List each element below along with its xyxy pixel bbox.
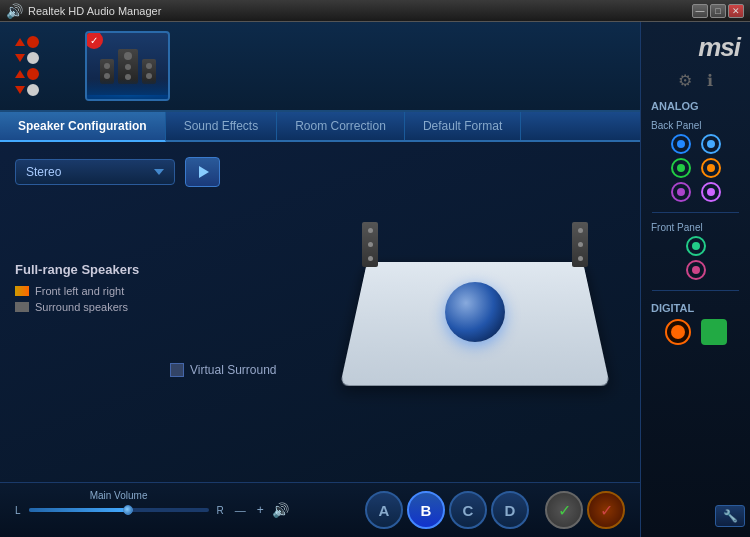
port-blue-in[interactable] xyxy=(701,134,721,154)
panel-divider xyxy=(652,212,739,213)
tab-room-correction[interactable]: Room Correction xyxy=(277,112,405,140)
volume-left-label: L xyxy=(15,505,21,516)
analog-section-label: ANALOG xyxy=(641,100,699,112)
volume-minus: — xyxy=(235,504,246,516)
speaker-type-dropdown[interactable]: Stereo xyxy=(15,159,175,185)
spkr-dot xyxy=(578,242,583,247)
port-inner xyxy=(692,242,700,250)
maximize-button[interactable]: □ xyxy=(710,4,726,18)
speaker-dot xyxy=(125,74,131,80)
left-panel: ✓ xyxy=(0,22,640,537)
port-inner xyxy=(677,188,685,196)
port-inner xyxy=(707,188,715,196)
port-green2-out[interactable] xyxy=(686,236,706,256)
profile-d-button[interactable]: D xyxy=(491,491,529,529)
device-checkmark-badge: ✓ xyxy=(85,31,103,49)
port-orange-in[interactable] xyxy=(701,158,721,178)
digital-port-optical[interactable] xyxy=(665,319,691,345)
speaker-left-small xyxy=(100,59,114,84)
speaker-visualization-area xyxy=(330,202,620,402)
speaker-dot xyxy=(146,73,152,79)
minimize-button[interactable]: — xyxy=(692,4,708,18)
digital-port-hdmi[interactable] xyxy=(701,319,727,345)
port-inner xyxy=(707,164,715,172)
speaker-dot xyxy=(125,64,131,70)
volume-slider-track[interactable]: Main Volume xyxy=(29,508,209,512)
profile-a-button[interactable]: A xyxy=(365,491,403,529)
profile-c-button[interactable]: C xyxy=(449,491,487,529)
tab-default-format[interactable]: Default Format xyxy=(405,112,521,140)
speaker-dot xyxy=(104,63,110,69)
virtual-surround-option[interactable]: Virtual Surround xyxy=(170,363,277,377)
port-pink-in[interactable] xyxy=(686,260,706,280)
profile-b-button[interactable]: B xyxy=(407,491,445,529)
port-green-out[interactable] xyxy=(671,158,691,178)
front-panel-label: Front Panel xyxy=(641,222,703,233)
port-inner xyxy=(707,140,715,148)
tab-sound-effects[interactable]: Sound Effects xyxy=(166,112,278,140)
spkr-dot xyxy=(368,228,373,233)
back-panel-ports-row1 xyxy=(661,134,731,154)
device-header: ✓ xyxy=(0,22,640,112)
digital-ports xyxy=(655,319,737,345)
app-icon: 🔊 xyxy=(6,3,23,19)
digital-port-inner xyxy=(671,325,685,339)
bottom-settings-button[interactable]: 🔧 xyxy=(715,505,745,527)
save-profile-button[interactable]: ✓ xyxy=(545,491,583,529)
app-title: Realtek HD Audio Manager xyxy=(28,5,692,17)
viz-speaker-left xyxy=(360,222,380,267)
volume-plus-label: + xyxy=(257,503,264,517)
speakers-visualization xyxy=(100,49,156,84)
virtual-surround-checkbox[interactable] xyxy=(170,363,184,377)
window-controls: — □ ✕ xyxy=(692,4,744,18)
play-button[interactable] xyxy=(185,157,220,187)
visualization-ball xyxy=(445,282,505,342)
port-inner xyxy=(692,266,700,274)
content-area: Stereo Full-range Speakers Front left an… xyxy=(0,142,640,442)
tabs-bar: Speaker Configuration Sound Effects Room… xyxy=(0,112,640,142)
front-panel-ports-row1 xyxy=(676,236,716,256)
close-button[interactable]: ✕ xyxy=(728,4,744,18)
speaker-item-surround: Surround speakers xyxy=(15,301,139,313)
rca-plug-red-1 xyxy=(27,36,39,48)
back-panel-ports-row3 xyxy=(661,182,731,202)
msi-logo: msi xyxy=(698,32,750,63)
spkr-dot xyxy=(368,242,373,247)
port-blue-out[interactable] xyxy=(671,134,691,154)
rca-plug-red-2 xyxy=(27,68,39,80)
rca-plug-white-2 xyxy=(27,84,39,96)
rca-plug-white-1 xyxy=(27,52,39,64)
volume-slider-thumb[interactable] xyxy=(123,505,133,515)
main-volume-label: Main Volume xyxy=(90,490,148,501)
port-inner xyxy=(677,164,685,172)
back-panel-label: Back Panel xyxy=(641,120,702,131)
right-top-icons: ⚙ ℹ xyxy=(678,71,713,90)
controls-row: Stereo xyxy=(15,157,625,187)
speaker-item-front: Front left and right xyxy=(15,285,139,297)
info-icon[interactable]: ℹ xyxy=(707,71,713,90)
play-icon xyxy=(199,166,209,178)
right-panel: msi ⚙ ℹ ANALOG Back Panel Front Panel xyxy=(640,22,750,537)
speaker-item-icon-gray xyxy=(15,302,29,312)
wrench-icon: 🔧 xyxy=(723,509,738,523)
speaker-item-icon-orange xyxy=(15,286,29,296)
profile-buttons: A B C D xyxy=(365,491,529,529)
rca-device-icon xyxy=(15,34,70,99)
volume-slider-fill xyxy=(29,508,128,512)
tab-speaker-configuration[interactable]: Speaker Configuration xyxy=(0,112,166,142)
delete-profile-button[interactable]: ✓ xyxy=(587,491,625,529)
selected-device-icon[interactable]: ✓ xyxy=(85,31,170,101)
front-panel-ports-row2 xyxy=(676,260,716,280)
port-inner xyxy=(677,140,685,148)
volume-speaker-icon: 🔊 xyxy=(272,502,289,518)
settings-icon[interactable]: ⚙ xyxy=(678,71,692,90)
delete-icon: ✓ xyxy=(600,501,613,520)
port-purple-out[interactable] xyxy=(671,182,691,202)
virtual-surround-label: Virtual Surround xyxy=(190,363,277,377)
action-buttons: ✓ ✓ xyxy=(545,491,625,529)
port-purple-in[interactable] xyxy=(701,182,721,202)
main-container: ✓ xyxy=(0,22,750,537)
rca-arrow-down-2 xyxy=(15,86,25,94)
spkr-dot xyxy=(578,228,583,233)
dropdown-arrow-icon xyxy=(154,169,164,175)
